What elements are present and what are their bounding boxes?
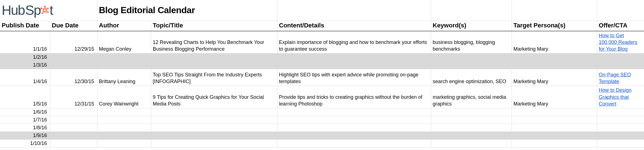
cell-persona[interactable]: [512, 108, 597, 116]
col-header-offer[interactable]: Offer/CTA: [597, 21, 644, 31]
cell-persona[interactable]: [512, 132, 597, 140]
cell-details[interactable]: [277, 61, 431, 69]
cell-offer[interactable]: On-Page SEO Template: [597, 69, 644, 86]
cell-details[interactable]: [277, 53, 431, 61]
col-header-author[interactable]: Author: [97, 21, 151, 31]
cell-details[interactable]: [277, 132, 431, 140]
empty-cell[interactable]: [277, 0, 431, 21]
cell-topic[interactable]: [151, 140, 277, 147]
cell-keywords[interactable]: [431, 132, 512, 140]
cell-persona[interactable]: Marketing Mary: [512, 31, 597, 53]
cell-author[interactable]: Corey Wainwright: [97, 86, 151, 108]
cell-persona[interactable]: [512, 61, 597, 69]
cell-publish-date[interactable]: 1/7/16: [0, 116, 50, 124]
cell-details[interactable]: [277, 140, 431, 147]
cell-keywords[interactable]: business blogging, blogging benchmarks: [431, 31, 512, 53]
cell-offer[interactable]: [597, 108, 644, 116]
cell-persona[interactable]: Marketing Mary: [512, 86, 597, 108]
offer-link[interactable]: How to Design Graphics that Convert: [599, 87, 632, 107]
cell-publish-date[interactable]: 1/4/16: [0, 69, 50, 86]
cell-offer[interactable]: [597, 124, 644, 132]
empty-cell[interactable]: [431, 0, 512, 21]
cell-publish-date[interactable]: 1/3/16: [0, 61, 50, 69]
cell-author[interactable]: [97, 124, 151, 132]
cell-author[interactable]: [97, 116, 151, 124]
empty-cell[interactable]: [512, 0, 597, 21]
cell-due-date[interactable]: [50, 108, 97, 116]
cell-publish-date[interactable]: 1/1/16: [0, 31, 50, 53]
table-row: 1/9/16: [0, 132, 644, 140]
cell-topic[interactable]: 12 Revealing Charts to Help You Benchmar…: [151, 31, 277, 53]
cell-due-date[interactable]: 12/30/15: [50, 69, 97, 86]
cell-author[interactable]: [97, 132, 151, 140]
cell-keywords[interactable]: [431, 116, 512, 124]
col-header-due-date[interactable]: Due Date: [50, 21, 97, 31]
cell-publish-date[interactable]: 1/8/16: [0, 124, 50, 132]
cell-keywords[interactable]: search engine optimization, SEO: [431, 69, 512, 86]
col-header-publish-date[interactable]: Publish Date: [0, 21, 50, 31]
cell-publish-date[interactable]: 1/5/16: [0, 86, 50, 108]
col-header-keywords[interactable]: Keyword(s): [431, 21, 512, 31]
cell-persona[interactable]: [512, 53, 597, 61]
cell-author[interactable]: [97, 108, 151, 116]
offer-link[interactable]: On-Page SEO Template: [599, 72, 631, 84]
cell-due-date[interactable]: 12/29/15: [50, 31, 97, 53]
cell-publish-date[interactable]: 1/6/16: [0, 108, 50, 116]
cell-details[interactable]: [277, 116, 431, 124]
cell-details[interactable]: [277, 108, 431, 116]
cell-offer[interactable]: [597, 53, 644, 61]
cell-details[interactable]: [277, 124, 431, 132]
col-header-persona[interactable]: Target Persona(s): [512, 21, 597, 31]
cell-topic[interactable]: Top SEO Tips Straight From the Industry …: [151, 69, 277, 86]
cell-author[interactable]: Brittany Leaning: [97, 69, 151, 86]
cell-offer[interactable]: How to Design Graphics that Convert: [597, 86, 644, 108]
cell-topic[interactable]: [151, 61, 277, 69]
cell-topic[interactable]: [151, 116, 277, 124]
calendar-spreadsheet[interactable]: Hub Sp: [0, 0, 644, 147]
cell-keywords[interactable]: [431, 108, 512, 116]
cell-author[interactable]: [97, 53, 151, 61]
cell-topic[interactable]: 9 Tips for Creating Quick Graphics for Y…: [151, 86, 277, 108]
cell-publish-date[interactable]: 1/10/16: [0, 140, 50, 147]
cell-due-date[interactable]: [50, 61, 97, 69]
cell-topic[interactable]: [151, 124, 277, 132]
cell-keywords[interactable]: [431, 61, 512, 69]
cell-details[interactable]: Explain importance of blogging and how t…: [277, 31, 431, 53]
cell-author[interactable]: [97, 61, 151, 69]
cell-due-date[interactable]: [50, 124, 97, 132]
cell-author[interactable]: [97, 140, 151, 147]
cell-topic[interactable]: [151, 132, 277, 140]
cell-persona[interactable]: Marketing Mary: [512, 69, 597, 86]
cell-persona[interactable]: [512, 116, 597, 124]
page-title: Blog Editorial Calendar: [99, 5, 195, 15]
cell-keywords[interactable]: [431, 53, 512, 61]
cell-details[interactable]: Provide tips and tricks to creating grap…: [277, 86, 431, 108]
col-header-details[interactable]: Content/Details: [277, 21, 431, 31]
cell-keywords[interactable]: [431, 124, 512, 132]
cell-keywords[interactable]: [431, 140, 512, 147]
cell-offer[interactable]: [597, 132, 644, 140]
cell-publish-date[interactable]: 1/9/16: [0, 132, 50, 140]
col-header-topic[interactable]: Topic/Title: [151, 21, 277, 31]
cell-details[interactable]: Highlight SEO tips with expert advice wh…: [277, 69, 431, 86]
empty-cell[interactable]: [597, 0, 644, 21]
cell-publish-date[interactable]: 1/2/16: [0, 53, 50, 61]
cell-offer[interactable]: How to Get 100,000 Readers for Your Blog: [597, 31, 644, 53]
cell-due-date[interactable]: [50, 53, 97, 61]
cell-persona[interactable]: [512, 140, 597, 147]
cell-offer[interactable]: [597, 116, 644, 124]
cell-due-date[interactable]: 12/31/15: [50, 86, 97, 108]
cell-topic[interactable]: [151, 53, 277, 61]
page-title-cell[interactable]: Blog Editorial Calendar: [97, 0, 277, 21]
cell-offer[interactable]: [597, 140, 644, 147]
offer-link[interactable]: How to Get 100,000 Readers for Your Blog: [599, 33, 638, 52]
cell-keywords[interactable]: marketing graphics, social media graphic…: [431, 86, 512, 108]
cell-due-date[interactable]: [50, 116, 97, 124]
cell-offer[interactable]: [597, 61, 644, 69]
cell-topic[interactable]: [151, 108, 277, 116]
cell-due-date[interactable]: [50, 132, 97, 140]
cell-author[interactable]: Megan Conley: [97, 31, 151, 53]
cell-due-date[interactable]: [50, 140, 97, 147]
table-row: 1/10/16: [0, 140, 644, 147]
cell-persona[interactable]: [512, 124, 597, 132]
